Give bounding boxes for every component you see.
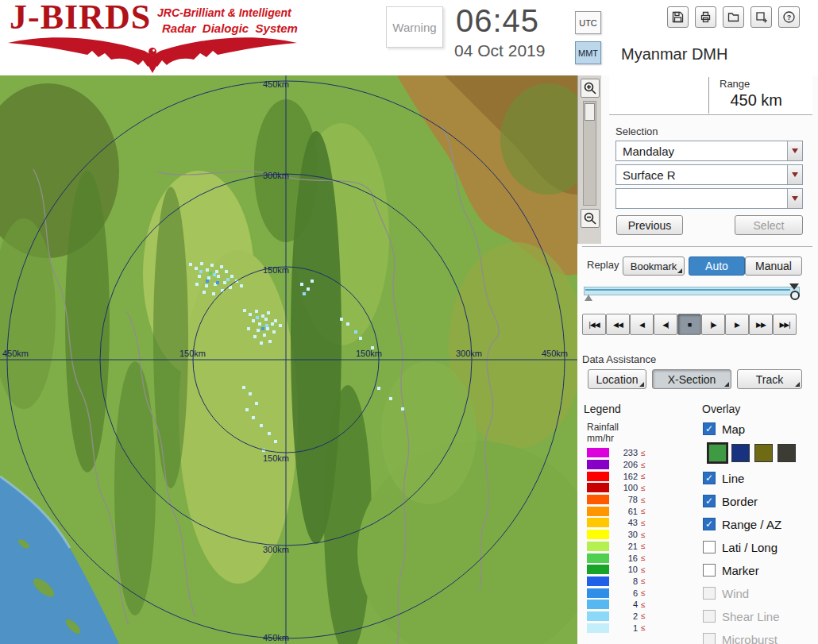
legend-swatch <box>587 542 609 551</box>
legend-suffix: ≤ <box>641 449 646 457</box>
radar-map[interactable]: 450km300km150km150km300km450km450km150km… <box>0 75 577 644</box>
overlay-checkbox-microburst[interactable] <box>703 633 716 644</box>
playback-step-forward-button[interactable]: |▶ <box>701 314 725 335</box>
legend-value: 10 <box>612 565 638 574</box>
svg-text:300km: 300km <box>456 349 482 358</box>
legend-value: 78 <box>612 495 638 504</box>
legend-swatch <box>587 518 609 527</box>
timeline-thumb[interactable] <box>789 283 800 301</box>
overlay-checkbox-border[interactable]: ✓ <box>703 495 716 507</box>
mmt-button[interactable]: MMT <box>575 41 601 64</box>
open-folder-icon <box>727 10 740 24</box>
map-style-swatch-1[interactable] <box>708 444 727 462</box>
playback-stop-button[interactable]: ■ <box>677 314 701 335</box>
map-zoom-strip <box>577 75 601 244</box>
utc-button[interactable]: UTC <box>575 11 601 34</box>
auto-mode-button[interactable]: Auto <box>689 256 745 276</box>
overlay-checkbox-marker[interactable] <box>703 564 716 577</box>
legend-swatch <box>587 507 609 516</box>
legend-suffix: ≤ <box>641 542 646 550</box>
zoom-out-button[interactable] <box>581 209 600 228</box>
chevron-down-icon[interactable] <box>787 141 802 160</box>
legend-value: 233 <box>612 448 638 457</box>
timeline-track[interactable] <box>584 287 800 295</box>
legend-entry: 2≤ <box>587 611 646 622</box>
legend-entry: 16≤ <box>587 553 646 563</box>
option-dropdown[interactable] <box>615 188 803 209</box>
warning-indicator: Warning <box>386 6 443 48</box>
svg-text:150km: 150km <box>179 349 206 358</box>
svg-text:450km: 450km <box>2 349 29 358</box>
legend-entry: 30≤ <box>587 530 646 540</box>
overlay-checkbox-line[interactable]: ✓ <box>703 472 716 484</box>
playback-play-reverse-button[interactable]: ◀ <box>630 314 654 335</box>
svg-text:450km: 450km <box>263 79 289 89</box>
legend-unit-line1: Rainfall <box>587 422 619 433</box>
help-icon: ? <box>782 10 796 24</box>
site-dropdown-value: Mandalay <box>616 145 787 158</box>
location-button[interactable]: Location <box>588 369 646 389</box>
zoom-in-button[interactable] <box>581 79 600 98</box>
playback-fast-forward-button[interactable]: ▶▶ <box>749 314 773 335</box>
map-style-swatch-3[interactable] <box>754 444 773 462</box>
clock-time: 06:45 <box>456 3 539 39</box>
legend-suffix: ≤ <box>641 461 646 469</box>
overlay-row-shear-line: Shear Line <box>703 608 816 624</box>
help-button[interactable]: ? <box>778 6 800 28</box>
legend-value: 100 <box>612 483 638 492</box>
legend-entry: 1≤ <box>587 623 646 633</box>
legend-value: 6 <box>612 588 638 598</box>
map-style-swatch-2[interactable] <box>731 444 750 462</box>
save-button[interactable] <box>667 6 689 28</box>
playback-rewind-button[interactable]: ◀◀ <box>606 314 630 335</box>
overlay-row-marker: Marker <box>703 562 816 578</box>
legend-entry: 233≤ <box>587 448 646 458</box>
playback-skip-start-button[interactable]: |◀◀ <box>582 314 606 335</box>
overlay-checkbox-lati-long[interactable] <box>703 541 716 553</box>
product-dropdown-value: Surface R <box>616 168 787 182</box>
legend-value: 43 <box>612 518 638 527</box>
replay-timeline[interactable] <box>584 283 800 303</box>
overlay-list: ✓Map✓Line✓Border✓Range / AZLati / LongMa… <box>703 421 816 644</box>
overlay-heading: Overlay <box>702 403 740 415</box>
chevron-down-icon[interactable] <box>787 189 802 208</box>
svg-text:450km: 450km <box>263 633 289 642</box>
legend-value: 61 <box>612 507 638 516</box>
zoom-slider-thumb[interactable] <box>585 103 595 121</box>
playback-step-back-button[interactable]: ◀| <box>654 314 677 335</box>
legend-suffix: ≤ <box>641 577 646 585</box>
bookmark-button[interactable]: Bookmark <box>623 256 685 276</box>
site-dropdown[interactable]: Mandalay <box>615 141 803 161</box>
legend-value: 4 <box>612 600 638 609</box>
playback-play-button[interactable]: ▶ <box>725 314 749 335</box>
legend-suffix: ≤ <box>641 611 646 620</box>
legend-unit-line2: mm/hr <box>587 433 614 444</box>
track-button[interactable]: Track <box>737 369 802 389</box>
overlay-checkbox-map[interactable]: ✓ <box>703 422 716 435</box>
svg-text:?: ? <box>787 13 792 21</box>
zoom-in-icon <box>583 81 597 95</box>
legend-entry: 43≤ <box>587 518 646 528</box>
previous-button[interactable]: Previous <box>616 215 683 235</box>
export-button[interactable] <box>750 6 772 28</box>
clock-date: 04 Oct 2019 <box>454 41 545 60</box>
chevron-down-icon[interactable] <box>787 165 802 184</box>
overlay-checkbox-shear-line[interactable] <box>703 610 716 623</box>
overlay-checkbox-wind[interactable] <box>703 587 716 600</box>
map-style-swatch-4[interactable] <box>777 444 796 462</box>
legend-swatch <box>587 600 609 609</box>
playback-skip-end-button[interactable]: ▶▶| <box>773 314 797 335</box>
manual-mode-button[interactable]: Manual <box>745 256 802 276</box>
overlay-checkbox-range-az[interactable]: ✓ <box>703 518 716 530</box>
legend-swatch <box>587 460 609 469</box>
select-button[interactable]: Select <box>735 215 803 235</box>
open-button[interactable] <box>723 6 744 28</box>
legend-value: 21 <box>612 542 638 551</box>
overlay-label-line: Line <box>722 472 744 485</box>
legend-entry: 10≤ <box>587 565 646 575</box>
zoom-slider-track[interactable] <box>583 101 596 206</box>
print-button[interactable] <box>695 6 716 28</box>
x-section-button[interactable]: X-Section <box>652 369 731 389</box>
product-dropdown[interactable]: Surface R <box>615 164 803 185</box>
eagle-logo-icon <box>5 35 300 73</box>
